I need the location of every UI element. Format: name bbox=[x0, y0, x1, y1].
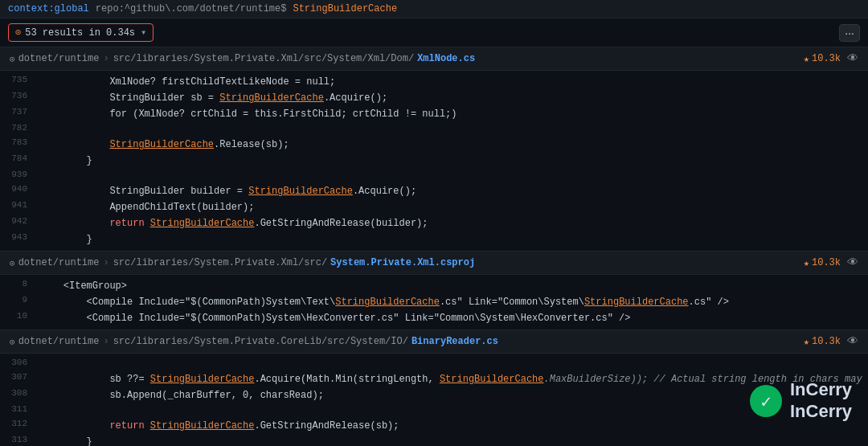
code-line: 943 } bbox=[0, 231, 868, 248]
file-repo: dotnet/runtime bbox=[18, 53, 100, 64]
code-line: 313 } bbox=[0, 434, 868, 446]
file-header: ⊙ dotnet/runtime › src/libraries/System.… bbox=[0, 330, 868, 354]
code-line: 306 bbox=[0, 357, 868, 371]
star-value: 10.3k bbox=[812, 53, 841, 64]
results-container: ⊙ dotnet/runtime › src/libraries/System.… bbox=[0, 47, 868, 446]
search-highlight: StringBuilderCache bbox=[150, 420, 255, 432]
code-segment: <ItemGroup> bbox=[40, 280, 127, 292]
code-segment: .GetStringAndRelease(sb); bbox=[254, 420, 399, 432]
code-content: return StringBuilderCache.GetStringAndRe… bbox=[40, 216, 868, 231]
code-line: 782 bbox=[0, 122, 868, 137]
filename[interactable]: BinaryReader.cs bbox=[411, 336, 498, 347]
code-segment: sb ??= bbox=[40, 374, 150, 385]
file-meta: ★ 10.3k 👁 bbox=[804, 335, 858, 348]
code-content: <Compile Include="$(CommonPath)System\He… bbox=[40, 311, 868, 325]
results-info[interactable]: ⊙ 53 results in 0.34s ▾ bbox=[8, 23, 154, 42]
result-block: ⊙ dotnet/runtime › src/libraries/System.… bbox=[0, 251, 868, 329]
line-number: 307 bbox=[0, 372, 40, 382]
clock-icon: ⊙ bbox=[15, 27, 21, 39]
results-count: 53 results in 0.34s bbox=[25, 27, 135, 39]
code-content: AppendChildText(builder); bbox=[40, 200, 868, 215]
line-number: 784 bbox=[0, 153, 40, 163]
line-number: 782 bbox=[0, 123, 40, 133]
line-number: 943 bbox=[0, 232, 40, 242]
code-line: 942 return StringBuilderCache.GetStringA… bbox=[0, 215, 868, 231]
code-segment: StringBuilder sb = bbox=[40, 92, 219, 104]
code-segment: StringBuilder builder = bbox=[40, 186, 248, 197]
line-number: 308 bbox=[0, 388, 40, 398]
file-meta: ★ 10.3k 👁 bbox=[804, 256, 858, 269]
line-number: 311 bbox=[0, 404, 40, 414]
line-number: 737 bbox=[0, 107, 40, 117]
code-line: 307 sb ??= StringBuilderCache.Acquire(Ma… bbox=[0, 371, 868, 387]
code-line: 311 bbox=[0, 403, 868, 418]
path-sep: › bbox=[103, 257, 108, 268]
line-number: 939 bbox=[0, 170, 40, 179]
code-line: 735 XmlNode? firstChildTextLikeNode = nu… bbox=[0, 74, 868, 90]
code-segment: sb.Append(_charBuffer, 0, charsRead); bbox=[40, 390, 324, 401]
star-count: ★ 10.3k bbox=[804, 336, 841, 348]
file-path: ⊙ dotnet/runtime › src/libraries/System.… bbox=[10, 53, 475, 64]
line-number: 306 bbox=[0, 358, 40, 367]
file-icon: ⊙ bbox=[10, 258, 15, 268]
code-content: <Compile Include="$(CommonPath)System\Te… bbox=[40, 295, 868, 309]
code-segment: } bbox=[40, 155, 92, 166]
line-number: 312 bbox=[0, 419, 40, 428]
path-sep: › bbox=[103, 53, 108, 64]
code-content: } bbox=[40, 153, 868, 168]
code-segment: } bbox=[40, 436, 92, 446]
code-segment: <Compile Include="$(CommonPath)System\Te… bbox=[40, 297, 335, 308]
code-segment: <Compile Include="$(CommonPath)System\He… bbox=[40, 313, 631, 324]
eye-icon[interactable]: 👁 bbox=[847, 52, 858, 65]
line-number: 736 bbox=[0, 91, 40, 100]
query-label: StringBuilderCache bbox=[293, 3, 397, 14]
code-line: 940 StringBuilder builder = StringBuilde… bbox=[0, 183, 868, 199]
line-number: 941 bbox=[0, 200, 40, 210]
code-line: 308 sb.Append(_charBuffer, 0, charsRead)… bbox=[0, 387, 868, 403]
code-line: 736 StringBuilder sb = StringBuilderCach… bbox=[0, 90, 868, 106]
star-value: 10.3k bbox=[812, 336, 841, 347]
code-area: 735 XmlNode? firstChildTextLikeNode = nu… bbox=[0, 71, 868, 251]
search-highlight: StringBuilderCache bbox=[150, 374, 255, 385]
file-repo: dotnet/runtime bbox=[18, 336, 100, 347]
top-bar: context:global repo:^github\.com/dotnet/… bbox=[0, 0, 868, 18]
code-content: } bbox=[40, 232, 868, 247]
search-highlight: StringBuilderCache bbox=[440, 374, 544, 385]
code-area: 8 <ItemGroup>9 <Compile Include="$(Commo… bbox=[0, 275, 868, 329]
code-segment: return bbox=[40, 218, 150, 229]
code-content: <ItemGroup> bbox=[40, 279, 868, 293]
file-header: ⊙ dotnet/runtime › src/libraries/System.… bbox=[0, 47, 868, 71]
svg-text:✓: ✓ bbox=[760, 393, 771, 413]
line-number: 313 bbox=[0, 435, 40, 444]
code-segment: XmlNode? firstChildTextLikeNode = null; bbox=[40, 76, 335, 88]
code-line: 9 <Compile Include="$(CommonPath)System\… bbox=[0, 294, 868, 310]
file-header: ⊙ dotnet/runtime › src/libraries/System.… bbox=[0, 252, 868, 275]
result-block: ⊙ dotnet/runtime › src/libraries/System.… bbox=[0, 47, 868, 251]
code-segment: .Acquire(); bbox=[353, 186, 416, 197]
more-options-button[interactable]: ··· bbox=[839, 24, 860, 42]
code-segment: .GetStringAndRelease(builder); bbox=[254, 218, 428, 229]
eye-icon[interactable]: 👁 bbox=[847, 335, 858, 348]
file-path: ⊙ dotnet/runtime › src/libraries/System.… bbox=[10, 336, 498, 347]
chevron-down-icon: ▾ bbox=[141, 27, 146, 39]
code-line: 941 AppendChildText(builder); bbox=[0, 199, 868, 215]
watermark-text: InCerry InCerry bbox=[790, 379, 852, 422]
filename[interactable]: System.Private.Xml.csproj bbox=[330, 257, 475, 268]
search-highlight: StringBuilderCache bbox=[584, 297, 689, 308]
star-count: ★ 10.3k bbox=[804, 257, 841, 269]
line-number: 8 bbox=[0, 279, 40, 288]
result-block: ⊙ dotnet/runtime › src/libraries/System.… bbox=[0, 329, 868, 446]
search-highlight: StringBuilderCache bbox=[150, 218, 255, 229]
code-line: 784 } bbox=[0, 153, 868, 169]
filename[interactable]: XmlNode.cs bbox=[417, 53, 475, 64]
line-number: 942 bbox=[0, 216, 40, 226]
code-line: 939 bbox=[0, 169, 868, 183]
line-number: 735 bbox=[0, 75, 40, 84]
star-icon: ★ bbox=[804, 336, 809, 348]
line-number: 783 bbox=[0, 137, 40, 147]
incerry-logo-icon: ✓ bbox=[748, 383, 784, 419]
code-line: 783 StringBuilderCache.Release(sb); bbox=[0, 137, 868, 153]
star-icon: ★ bbox=[804, 53, 809, 65]
code-content: sb.Append(_charBuffer, 0, charsRead); bbox=[40, 388, 868, 403]
eye-icon[interactable]: 👁 bbox=[847, 256, 858, 269]
